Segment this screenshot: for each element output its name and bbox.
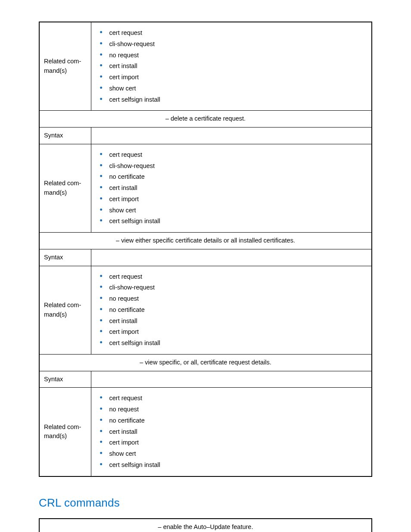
syntax-label: Syntax (39, 249, 91, 266)
list-item: cert selfsign install (100, 216, 367, 227)
list-item: cert request (100, 271, 367, 283)
command-description: – view either specific certificate detai… (39, 233, 372, 249)
related-commands-cell: cert request cli-show-request no request… (91, 266, 372, 354)
list-item: cert request (100, 393, 367, 404)
syntax-cell (91, 249, 372, 266)
list-item: cert import (100, 72, 367, 83)
command-list: cert request cli-show-request no certifi… (96, 149, 367, 227)
syntax-label: Syntax (39, 128, 91, 144)
list-item: no request (100, 404, 367, 415)
table-row: – view either specific certificate detai… (39, 233, 372, 249)
list-item: no request (100, 50, 367, 61)
list-item: cert import (100, 437, 367, 448)
command-description: – delete a certificate request. (39, 111, 372, 128)
list-item: no request (100, 293, 367, 305)
list-item: cert selfsign install (100, 460, 367, 471)
list-item: cert import (100, 327, 367, 338)
table-row: Syntax (39, 249, 372, 266)
list-item: cert install (100, 61, 367, 72)
list-item: show cert (100, 205, 367, 216)
related-commands-cell: cert request no request no certificate c… (91, 388, 372, 476)
list-item: no certificate (100, 415, 367, 426)
related-commands-label: Related com­mand(s) (39, 22, 91, 111)
table-row: – delete a certificate request. (39, 111, 372, 128)
page-content: Related com­mand(s) cert request cli-sho… (0, 0, 411, 532)
list-item: cert selfsign install (100, 94, 367, 106)
list-item: cert request (100, 149, 367, 161)
list-item: show cert (100, 83, 367, 94)
crl-commands-table: – enable the Auto–Update feature. Syntax (39, 518, 372, 532)
related-commands-label: Related com­mand(s) (39, 144, 91, 232)
table-row: Related com­mand(s) cert request cli-sho… (39, 266, 372, 354)
command-list: cert request no request no certificate c… (96, 393, 367, 470)
command-description: – enable the Auto–Update feature. (39, 519, 372, 532)
list-item: show cert (100, 448, 367, 460)
certificate-commands-table: Related com­mand(s) cert request cli-sho… (39, 22, 372, 477)
list-item: cert request (100, 28, 367, 39)
list-item: cli-show-request (100, 161, 367, 172)
related-commands-cell: cert request cli-show-request no request… (91, 22, 372, 111)
section-heading-crl: CRL commands (39, 496, 372, 510)
command-list: cert request cli-show-request no request… (96, 271, 367, 349)
list-item: cert selfsign install (100, 338, 367, 349)
related-commands-label: Related com­mand(s) (39, 388, 91, 476)
list-item: cert install (100, 316, 367, 327)
list-item: cli-show-request (100, 39, 367, 50)
syntax-cell (91, 128, 372, 144)
related-commands-cell: cert request cli-show-request no certifi… (91, 144, 372, 232)
syntax-cell (91, 371, 372, 388)
list-item: cert install (100, 426, 367, 438)
table-row: – view specific, or all, certificate req… (39, 354, 372, 371)
list-item: no certificate (100, 305, 367, 316)
table-row: Related com­mand(s) cert request cli-sho… (39, 144, 372, 232)
table-row: Syntax (39, 128, 372, 144)
command-list: cert request cli-show-request no request… (96, 28, 367, 105)
table-row: Related com­mand(s) cert request no requ… (39, 388, 372, 476)
list-item: no certificate (100, 171, 367, 183)
table-row: Related com­mand(s) cert request cli-sho… (39, 22, 372, 111)
list-item: cert import (100, 194, 367, 205)
table-row: – enable the Auto–Update feature. (39, 519, 372, 532)
related-commands-label: Related com­mand(s) (39, 266, 91, 354)
list-item: cert install (100, 183, 367, 194)
table-row: Syntax (39, 371, 372, 388)
list-item: cli-show-request (100, 282, 367, 293)
command-description: – view specific, or all, certificate req… (39, 354, 372, 371)
syntax-label: Syntax (39, 371, 91, 388)
